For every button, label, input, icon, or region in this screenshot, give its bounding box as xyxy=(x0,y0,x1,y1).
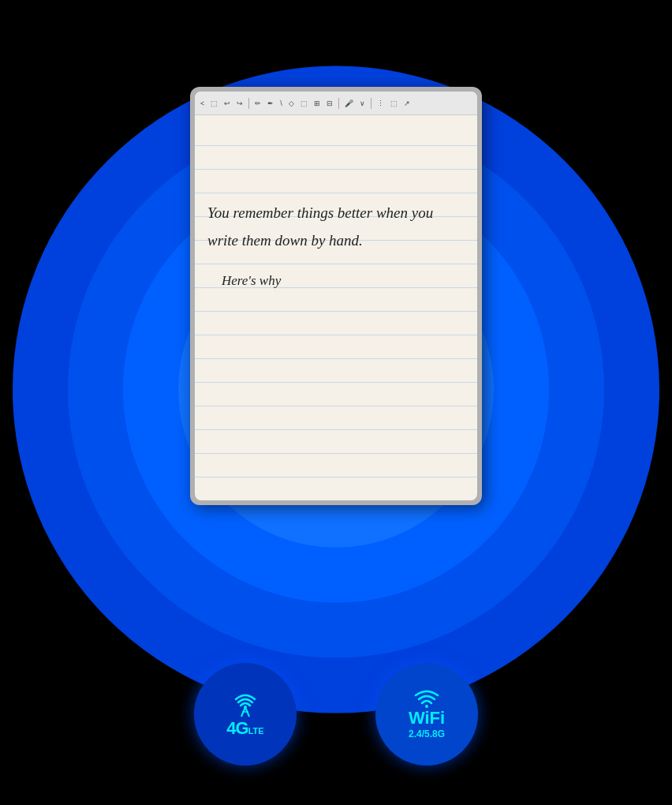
line-11 xyxy=(195,382,477,383)
line-9 xyxy=(195,335,477,335)
undo-icon[interactable]: ↩ xyxy=(222,98,233,109)
pen-icon[interactable]: ✏ xyxy=(252,98,263,109)
line-icon[interactable]: \ xyxy=(278,98,285,109)
note-sub-text: Here's why xyxy=(222,270,465,293)
brush-icon[interactable]: ✒ xyxy=(265,98,276,109)
tablet-screen: < ⬚ ↩ ↪ ✏ ✒ \ ◇ ⬚ ⊞ ⊟ 🎤 ∨ ⋮ ⬚ ↗ xyxy=(195,92,477,500)
wifi-svg-icon xyxy=(414,689,439,708)
dropdown-icon[interactable]: ∨ xyxy=(357,98,368,109)
svg-point-3 xyxy=(244,706,247,709)
export-icon[interactable]: ↗ xyxy=(401,98,413,109)
eraser-icon[interactable]: ⊟ xyxy=(324,98,335,109)
handwritten-note: You remember things better when you writ… xyxy=(207,122,465,293)
window-icon[interactable]: ⬚ xyxy=(388,98,400,109)
grid-icon[interactable]: ⊞ xyxy=(312,98,323,109)
wifi-sub-label: 2.4/5.8G xyxy=(409,728,445,739)
note-body: You remember things better when you writ… xyxy=(207,199,465,293)
shape-icon[interactable]: ◇ xyxy=(286,98,297,109)
feature-icons: 4G LTE WiFi 2.4/5.8G xyxy=(194,663,478,766)
toolbar-divider-3 xyxy=(371,98,371,109)
line-13 xyxy=(195,429,477,430)
line-8 xyxy=(195,311,477,312)
tablet-toolbar[interactable]: < ⬚ ↩ ↪ ✏ ✒ \ ◇ ⬚ ⊞ ⊟ 🎤 ∨ ⋮ ⬚ ↗ xyxy=(195,92,477,115)
lte-label-row: 4G LTE xyxy=(226,718,263,739)
wifi-icon-circle: WiFi 2.4/5.8G xyxy=(375,663,478,766)
tower-svg-icon xyxy=(231,690,259,718)
line-10 xyxy=(195,358,477,359)
redo-icon[interactable]: ↪ xyxy=(234,98,245,109)
note-content-area: You remember things better when you writ… xyxy=(195,115,477,500)
mic-icon[interactable]: 🎤 xyxy=(342,98,356,109)
back-icon[interactable]: < xyxy=(198,98,207,109)
select-icon[interactable]: ⬚ xyxy=(298,98,310,109)
lte-label-lte: LTE xyxy=(248,726,264,736)
note-main-text: You remember things better when you writ… xyxy=(207,199,465,254)
background: < ⬚ ↩ ↪ ✏ ✒ \ ◇ ⬚ ⊞ ⊟ 🎤 ∨ ⋮ ⬚ ↗ xyxy=(0,0,672,805)
line-15 xyxy=(195,477,477,477)
more-icon[interactable]: ⋮ xyxy=(375,98,386,109)
line-14 xyxy=(195,453,477,454)
lte-label-4g: 4G xyxy=(226,718,248,739)
toolbar-divider-1 xyxy=(248,98,249,109)
toolbar-divider-2 xyxy=(338,98,339,109)
home-icon[interactable]: ⬚ xyxy=(208,98,220,109)
tablet-device: < ⬚ ↩ ↪ ✏ ✒ \ ◇ ⬚ ⊞ ⊟ 🎤 ∨ ⋮ ⬚ ↗ xyxy=(190,87,482,505)
line-12 xyxy=(195,406,477,406)
lte-icon-circle: 4G LTE xyxy=(194,663,297,766)
wifi-label: WiFi xyxy=(409,708,445,728)
